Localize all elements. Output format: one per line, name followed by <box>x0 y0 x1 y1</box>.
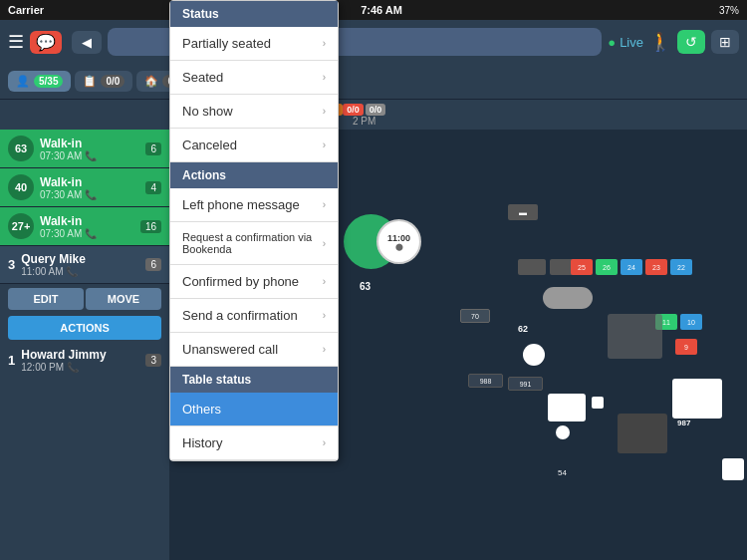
back-button[interactable]: ◀ <box>72 31 102 54</box>
fp-rect-1[interactable] <box>608 314 662 359</box>
query-name: Query Mike <box>21 252 139 266</box>
dropdown-partially-seated[interactable]: Partially seated › <box>170 27 338 61</box>
dropdown-no-show[interactable]: No show › <box>170 95 338 129</box>
fp-t-23[interactable]: 23 <box>645 259 667 275</box>
fp-dark-table[interactable] <box>618 414 667 453</box>
fp-t-24[interactable]: 24 <box>621 259 642 275</box>
reservations-badge: 0/0 <box>101 75 124 88</box>
edit-button[interactable]: EDIT <box>8 288 84 310</box>
fp-oval-table[interactable] <box>543 287 593 309</box>
fp-t-26[interactable]: 26 <box>596 259 618 275</box>
others-label: Others <box>182 402 221 417</box>
battery-label: 37% <box>719 5 739 16</box>
fp-table-round-62[interactable] <box>523 344 545 366</box>
time-slots: 3/0 1/6 0/0 11 AM 1/0 0/0 12 PM 0/0 0/0 … <box>0 100 747 130</box>
howard-badge: 3 <box>145 354 161 367</box>
query-badge: 6 <box>145 258 161 271</box>
actions-button[interactable]: ACTIONS <box>8 316 161 340</box>
res-info: Query Mike 11:00 AM 📞 <box>21 252 139 277</box>
fp-t-9[interactable]: 9 <box>675 339 697 355</box>
reservation-walkin-27[interactable]: 27+ Walk-in 07:30 AM 📞 16 <box>0 207 169 246</box>
res-info: Walk-in 07:30 AM 📞 <box>40 214 134 239</box>
chat-icon[interactable]: 💬 <box>30 31 62 54</box>
dropdown-seated[interactable]: Seated › <box>170 61 338 95</box>
left-phone-label: Left phone message <box>182 197 300 212</box>
chevron-icon: › <box>323 38 326 49</box>
howard-time: 12:00 PM 📞 <box>21 362 139 373</box>
time-slot-2pm[interactable]: 0/0 0/0 2 PM <box>343 104 385 127</box>
table-status-section-header: Table status <box>170 367 338 393</box>
person-icon[interactable]: 🚶 <box>649 31 671 53</box>
res-time: 07:30 AM 📞 <box>40 228 134 239</box>
fp-round-table-sm[interactable] <box>556 425 570 439</box>
reservation-walkin-40[interactable]: 40 Walk-in 07:30 AM 📞 4 <box>0 168 169 207</box>
res-pax-badge: 16 <box>140 220 161 233</box>
fp-white-big[interactable] <box>672 379 722 419</box>
fp-t-22[interactable]: 22 <box>670 259 692 275</box>
query-time: 11:00 AM 📞 <box>21 266 139 277</box>
time-label: 7:46 AM <box>361 4 402 16</box>
actions-section-header: Actions <box>170 162 338 188</box>
dropdown-history[interactable]: History › <box>170 426 338 460</box>
dropdown-unanswered-call[interactable]: Unanswered call › <box>170 333 338 367</box>
slot-badge: 0/0 <box>343 104 364 116</box>
res-name: Walk-in <box>40 214 134 228</box>
fp-label-54: 54 <box>558 468 567 477</box>
dropdown-confirmed-phone[interactable]: Confirmed by phone › <box>170 265 338 299</box>
send-confirmation-label: Send a confirmation <box>182 308 298 323</box>
tab-guests[interactable]: 👤 5/35 <box>8 71 71 92</box>
action-buttons: EDIT MOVE <box>0 284 169 314</box>
no-show-label: No show <box>182 104 233 119</box>
menu-icon[interactable]: ☰ <box>8 31 24 53</box>
unanswered-call-label: Unanswered call <box>182 342 278 357</box>
fp-t-10[interactable]: 10 <box>680 314 702 330</box>
chevron-icon: › <box>323 276 326 287</box>
right-icons: ↺ ⊞ <box>677 30 739 54</box>
confirmed-phone-label: Confirmed by phone <box>182 274 299 289</box>
tab-reservations[interactable]: 📋 0/0 <box>75 71 132 92</box>
guests-badge: 5/35 <box>34 75 63 88</box>
fp-t-25[interactable]: 25 <box>571 259 593 275</box>
chevron-icon: › <box>323 437 326 448</box>
res-pax-badge: 6 <box>145 142 161 155</box>
canceled-label: Canceled <box>182 138 237 152</box>
seated-label: Seated <box>182 70 223 85</box>
carrier-label: Carrier <box>8 4 44 16</box>
fp-clock-sub: ⬤ <box>395 243 403 251</box>
fp-white-table-1[interactable] <box>548 394 586 421</box>
fp-clock: 11:00 ⬤ <box>376 219 421 264</box>
fp-table-2[interactable] <box>518 259 546 275</box>
floor-icon: 🏠 <box>144 75 158 88</box>
dropdown-send-confirmation[interactable]: Send a confirmation › <box>170 299 338 333</box>
howard-name: Howard Jimmy <box>21 348 139 362</box>
res-info: Walk-in 07:30 AM 📞 <box>40 137 139 161</box>
left-panel: 63 Walk-in 07:30 AM 📞 6 40 Walk-in 07:30… <box>0 130 169 560</box>
refresh-button[interactable]: ↺ <box>677 30 705 54</box>
dropdown-others[interactable]: Others <box>170 393 338 426</box>
request-confirmation-label: Request a confirmation via Bookenda <box>182 231 323 255</box>
reservation-walkin-63[interactable]: 63 Walk-in 07:30 AM 📞 6 <box>0 130 169 168</box>
res-name: Walk-in <box>40 137 139 150</box>
chevron-icon: › <box>323 106 326 117</box>
fp-label-991: 991 <box>508 377 543 391</box>
dropdown-canceled[interactable]: Canceled › <box>170 129 338 162</box>
dropdown-left-phone[interactable]: Left phone message › <box>170 188 338 222</box>
fp-table-row-top: 25 26 24 23 22 <box>571 259 692 275</box>
fp-white-sm[interactable] <box>722 458 744 480</box>
move-button[interactable]: MOVE <box>86 288 161 310</box>
howard-info: Howard Jimmy 12:00 PM 📞 <box>21 348 139 373</box>
grid-button[interactable]: ⊞ <box>711 30 739 54</box>
reservation-query-mike[interactable]: 3 Query Mike 11:00 AM 📞 6 <box>0 246 169 284</box>
fp-white-table-2[interactable] <box>592 397 604 409</box>
chevron-icon: › <box>323 344 326 355</box>
main-content: 63 Walk-in 07:30 AM 📞 6 40 Walk-in 07:30… <box>0 130 747 560</box>
dropdown-request-confirmation[interactable]: Request a confirmation via Bookenda › <box>170 222 338 265</box>
res-pax-badge: 4 <box>145 181 161 194</box>
slot-badge: 0/0 <box>366 104 386 116</box>
fp-label-988: 988 <box>468 374 503 388</box>
res-number: 27+ <box>8 213 34 239</box>
history-label: History <box>182 435 222 450</box>
reservations-icon: 📋 <box>83 75 97 88</box>
fp-table-1[interactable]: ▬ <box>508 204 538 220</box>
reservation-howard[interactable]: 1 Howard Jimmy 12:00 PM 📞 3 <box>0 342 169 379</box>
